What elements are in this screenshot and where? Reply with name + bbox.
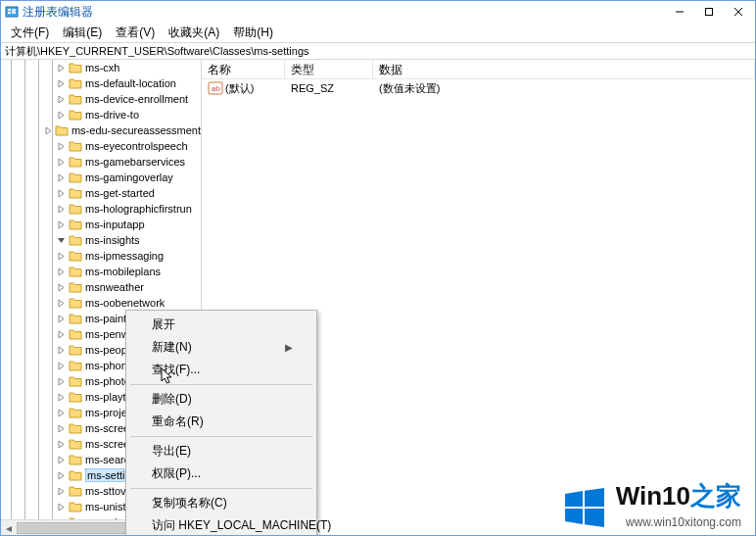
expander-closed-icon[interactable]	[56, 172, 67, 183]
expander-open-icon[interactable]	[56, 235, 67, 246]
maximize-button[interactable]	[694, 2, 724, 22]
expander-closed-icon[interactable]	[56, 251, 67, 262]
expander-closed-icon[interactable]	[56, 141, 67, 152]
tree-item[interactable]: ms-holographicfirstrun	[1, 201, 201, 217]
tree-item[interactable]: ms-inputapp	[1, 217, 201, 232]
cm-find[interactable]: 查找(F)...	[128, 359, 314, 381]
tree-item-label: ms-gamingoverlay	[85, 171, 173, 183]
tree-item[interactable]: ms-insights	[1, 232, 201, 248]
context-menu: 展开 新建(N)▶ 查找(F)... 删除(D) 重命名(R) 导出(E) 权限…	[125, 310, 317, 535]
window-controls	[665, 2, 753, 22]
svg-marker-10	[565, 491, 583, 507]
cm-export[interactable]: 导出(E)	[128, 440, 314, 463]
tree-item[interactable]: ms-get-started	[1, 185, 201, 201]
tree-item[interactable]: ms-eyecontrolspeech	[1, 138, 201, 154]
expander-closed-icon[interactable]	[56, 94, 67, 105]
menu-help[interactable]: 帮助(H)	[227, 24, 279, 42]
expander-closed-icon[interactable]	[44, 125, 53, 136]
menu-favorites[interactable]: 收藏夹(A)	[163, 24, 225, 42]
folder-icon	[69, 297, 82, 309]
expander-closed-icon[interactable]	[56, 376, 67, 387]
expander-closed-icon[interactable]	[56, 392, 67, 403]
folder-icon	[69, 438, 82, 450]
tree-item-label: ms-edu-secureassessment	[71, 124, 201, 136]
cm-goto-hklm[interactable]: 访问 HKEY_LOCAL_MACHINE(T)	[128, 514, 314, 535]
tree-item[interactable]: ms-mobileplans	[1, 264, 201, 279]
cm-copy-key-name[interactable]: 复制项名称(C)	[128, 492, 314, 514]
cm-expand[interactable]: 展开	[128, 314, 314, 336]
folder-icon	[69, 422, 82, 434]
tree-item-label: ms-gamebarservices	[85, 156, 185, 168]
folder-icon	[69, 313, 82, 324]
svg-rect-1	[8, 9, 11, 11]
tree-item[interactable]: ms-device-enrollment	[1, 91, 201, 107]
expander-closed-icon[interactable]	[56, 455, 67, 465]
expander-closed-icon[interactable]	[56, 361, 67, 371]
minimize-button[interactable]	[665, 2, 694, 22]
close-button[interactable]	[724, 2, 753, 22]
tree-item[interactable]: ms-default-location	[1, 75, 201, 91]
folder-icon	[69, 391, 82, 403]
value-row-default[interactable]: ab (默认) REG_SZ (数值未设置)	[202, 79, 755, 97]
folder-icon	[69, 266, 82, 277]
column-data[interactable]: 数据	[373, 60, 755, 78]
expander-closed-icon[interactable]	[56, 439, 67, 450]
expander-closed-icon[interactable]	[56, 423, 67, 434]
address-bar[interactable]: 计算机\HKEY_CURRENT_USER\Software\Classes\m…	[1, 42, 755, 60]
cm-separator-2	[130, 436, 312, 437]
expander-closed-icon[interactable]	[56, 78, 67, 89]
expander-closed-icon[interactable]	[56, 345, 67, 356]
svg-rect-3	[12, 9, 16, 14]
tree-item-label: ms-drive-to	[85, 109, 139, 121]
expander-closed-icon[interactable]	[56, 470, 67, 481]
cm-rename[interactable]: 重命名(R)	[128, 411, 314, 433]
expander-closed-icon[interactable]	[56, 486, 67, 497]
cm-permissions[interactable]: 权限(P)...	[128, 463, 314, 485]
menu-file[interactable]: 文件(F)	[5, 24, 55, 42]
expander-closed-icon[interactable]	[56, 282, 67, 293]
folder-icon	[69, 454, 82, 465]
tree-item[interactable]: ms-oobenetwork	[1, 295, 201, 311]
tree-item[interactable]: ms-gamebarservices	[1, 154, 201, 170]
expander-closed-icon[interactable]	[56, 314, 67, 324]
regedit-icon	[5, 5, 19, 19]
expander-closed-icon[interactable]	[56, 298, 67, 309]
scroll-thumb[interactable]	[17, 522, 134, 534]
tree-item[interactable]: ms-ipmessaging	[1, 248, 201, 264]
expander-closed-icon[interactable]	[56, 188, 67, 199]
expander-closed-icon[interactable]	[56, 502, 67, 512]
expander-closed-icon[interactable]	[56, 329, 67, 340]
tree-item[interactable]: ms-gamingoverlay	[1, 170, 201, 185]
svg-rect-2	[8, 12, 11, 14]
folder-icon	[69, 187, 82, 199]
values-header: 名称 类型 数据	[202, 60, 755, 79]
expander-closed-icon[interactable]	[56, 408, 67, 418]
cm-separator-1	[130, 384, 312, 385]
windows-logo-icon	[563, 486, 606, 529]
tree-item[interactable]: msnweather	[1, 279, 201, 295]
expander-closed-icon[interactable]	[56, 219, 67, 230]
registry-editor-window: 注册表编辑器 文件(F) 编辑(E) 查看(V) 收藏夹(A) 帮助(H) 计算…	[0, 0, 756, 536]
cm-delete[interactable]: 删除(D)	[128, 388, 314, 411]
expander-closed-icon[interactable]	[56, 267, 67, 277]
tree-item[interactable]: ms-edu-secureassessment	[1, 122, 201, 138]
folder-icon	[69, 360, 82, 371]
string-value-icon: ab	[208, 81, 223, 95]
tree-item[interactable]: ms-drive-to	[1, 107, 201, 122]
expander-closed-icon[interactable]	[56, 110, 67, 121]
tree-item[interactable]: ms-cxh	[1, 60, 201, 75]
column-name[interactable]: 名称	[202, 60, 285, 78]
column-type[interactable]: 类型	[285, 60, 373, 78]
expander-closed-icon[interactable]	[56, 157, 67, 168]
expander-closed-icon[interactable]	[56, 204, 67, 215]
watermark-url: www.win10xitong.com	[616, 515, 741, 529]
menu-edit[interactable]: 编辑(E)	[57, 24, 108, 42]
svg-rect-5	[706, 9, 713, 16]
tree-item-label: ms-oobenetwork	[85, 297, 165, 309]
folder-icon	[69, 344, 82, 356]
svg-text:ab: ab	[212, 84, 220, 93]
menu-view[interactable]: 查看(V)	[110, 24, 161, 42]
expander-closed-icon[interactable]	[56, 63, 67, 73]
cm-new[interactable]: 新建(N)▶	[128, 336, 314, 359]
scroll-left-button[interactable]: ◂	[1, 520, 17, 535]
